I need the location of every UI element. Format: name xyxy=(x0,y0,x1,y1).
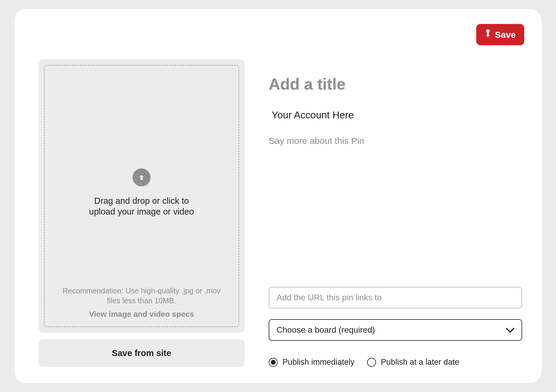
title-input[interactable] xyxy=(269,75,524,93)
upload-icon xyxy=(133,168,151,186)
save-button[interactable]: Save xyxy=(476,24,524,45)
publish-options: Publish immediately Publish at a later d… xyxy=(269,358,524,367)
board-select-label: Choose a board (required) xyxy=(277,325,375,335)
description-input[interactable] xyxy=(269,136,524,146)
url-input[interactable] xyxy=(269,287,522,308)
right-column: Your Account Here Choose a board (requir… xyxy=(269,59,524,367)
publish-immediately-label: Publish immediately xyxy=(282,358,354,367)
chevron-down-icon xyxy=(506,325,514,335)
left-column: Drag and drop or click to upload your im… xyxy=(38,59,245,367)
upload-bottom-info: Recommendation: Use high-quality .jpg or… xyxy=(57,286,226,319)
radio-circle xyxy=(269,358,278,367)
content-row: Drag and drop or click to upload your im… xyxy=(38,59,524,367)
upload-recommendation: Recommendation: Use high-quality .jpg or… xyxy=(57,286,226,306)
pin-editor-card: Save Drag and drop or click to upload yo… xyxy=(14,9,542,383)
publish-later-label: Publish at a later date xyxy=(381,358,459,367)
radio-circle xyxy=(367,358,376,367)
publish-later-radio[interactable]: Publish at a later date xyxy=(367,358,459,367)
upload-instruction-text: Drag and drop or click to upload your im… xyxy=(85,195,199,217)
board-select[interactable]: Choose a board (required) xyxy=(269,319,522,341)
publish-immediately-radio[interactable]: Publish immediately xyxy=(269,358,354,367)
pin-icon xyxy=(485,29,491,40)
account-label: Your Account Here xyxy=(272,109,524,121)
save-from-site-button[interactable]: Save from site xyxy=(38,339,245,367)
upload-dropzone[interactable]: Drag and drop or click to upload your im… xyxy=(44,65,239,327)
specs-link[interactable]: View image and video specs xyxy=(57,310,226,319)
save-button-label: Save xyxy=(495,30,516,40)
radio-dot-selected xyxy=(271,360,276,365)
upload-zone: Drag and drop or click to upload your im… xyxy=(38,59,245,333)
